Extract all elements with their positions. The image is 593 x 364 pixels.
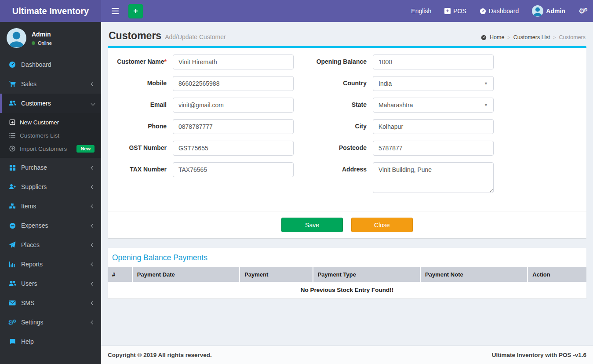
pos-link[interactable]: + POS <box>444 7 466 15</box>
navbar-body: + English + POS Dashboard Admin <box>101 0 593 22</box>
arrow-circle-left-icon <box>9 146 16 152</box>
chevron-left-icon <box>91 204 95 208</box>
state-select[interactable]: Maharashtra ▼ <box>373 98 494 113</box>
content-header: CustomersAdd/Update Customer Home > Cust… <box>108 26 586 46</box>
sidebar-item-reports[interactable]: Reports <box>0 255 101 274</box>
form-left-column: Customer Name* Mobile Email Phone <box>108 55 308 200</box>
sidebar-toggle-icon[interactable] <box>106 0 124 22</box>
chevron-down-icon <box>91 101 95 106</box>
opening-balance-field[interactable] <box>373 55 494 69</box>
sidebar-avatar <box>7 28 26 48</box>
chevron-left-icon <box>91 320 95 324</box>
sidebar-item-sms[interactable]: SMS <box>0 293 101 313</box>
gears-icon: ⚙⚙ <box>8 319 16 326</box>
gears-icon: ⚙⚙ <box>578 7 588 15</box>
paper-plane-icon <box>8 241 16 248</box>
breadcrumb-customers-list[interactable]: Customers List <box>513 34 550 40</box>
copyright-text: Copyright © 2019 All rights reserved. <box>108 352 212 358</box>
empty-message: No Previous Stock Entry Found!! <box>108 282 586 298</box>
col-payment-type: Payment Type <box>313 267 420 282</box>
phone-field[interactable] <box>173 119 294 134</box>
country-label: Country <box>308 76 373 87</box>
chevron-left-icon <box>91 243 95 247</box>
users-icon <box>8 280 16 287</box>
book-icon <box>8 339 16 345</box>
close-button[interactable]: Close <box>351 218 413 232</box>
chevron-left-icon <box>91 262 95 266</box>
chevron-left-icon <box>91 281 95 286</box>
address-label: Address <box>308 162 373 173</box>
submenu-item-import-customers[interactable]: Import Customers New <box>0 142 101 155</box>
chevron-left-icon <box>91 223 95 228</box>
sidebar-item-customers[interactable]: Customers <box>0 94 101 113</box>
submenu-item-new-customer[interactable]: New Customer <box>0 116 101 129</box>
version-text: Ultimate Inventory with POS -v1.6 <box>492 352 586 358</box>
breadcrumb-home[interactable]: Home <box>490 34 504 40</box>
sidebar-item-items[interactable]: Items <box>0 197 101 216</box>
payments-table-header-row: # Payment Date Payment Payment Type Paym… <box>108 267 586 282</box>
chevron-left-icon <box>91 82 95 86</box>
sidebar-item-suppliers[interactable]: Suppliers <box>0 177 101 197</box>
sidebar-item-settings[interactable]: ⚙⚙ Settings <box>0 313 101 332</box>
language-menu[interactable]: English <box>411 7 431 15</box>
sidebar-user-status[interactable]: Online <box>32 40 52 46</box>
online-status-icon <box>32 41 35 45</box>
sidebar-item-sales[interactable]: Sales <box>0 74 101 94</box>
gst-number-field[interactable] <box>173 141 294 156</box>
country-select[interactable]: India ▼ <box>373 76 494 91</box>
dashboard-link[interactable]: Dashboard <box>480 7 519 15</box>
email-field[interactable] <box>173 98 294 113</box>
users-icon <box>8 100 16 107</box>
opening-balance-label: Opening Balance <box>308 55 373 65</box>
sidebar-item-expenses[interactable]: Expenses <box>0 216 101 235</box>
phone-label: Phone <box>108 119 173 130</box>
caret-down-icon: ▼ <box>484 81 488 86</box>
main-wrapper: CustomersAdd/Update Customer Home > Cust… <box>101 0 593 364</box>
mobile-field[interactable] <box>173 76 294 91</box>
sidebar-item-purchase[interactable]: Purchase <box>0 158 101 177</box>
chevron-left-icon <box>91 185 95 189</box>
page-footer: Copyright © 2019 All rights reserved. Ul… <box>101 346 593 364</box>
breadcrumb-current: Customers <box>559 34 586 40</box>
customer-name-label: Customer Name* <box>108 55 173 65</box>
user-avatar <box>532 5 543 17</box>
customers-submenu: New Customer Customers List Import Custo… <box>0 113 101 158</box>
list-icon <box>9 132 16 138</box>
sidebar-item-dashboard[interactable]: Dashboard <box>0 55 101 74</box>
page-subtitle: Add/Update Customer <box>165 33 226 40</box>
sidebar-item-help[interactable]: Help <box>0 332 101 351</box>
chevron-left-icon <box>91 165 95 170</box>
email-label: Email <box>108 98 173 108</box>
top-navbar: Ultimate Inventory + English + POS Dashb… <box>0 0 593 22</box>
customer-form-box: Customer Name* Mobile Email Phone <box>108 46 586 238</box>
bar-chart-icon <box>8 261 16 268</box>
user-menu[interactable]: Admin <box>532 5 565 17</box>
quick-add-button[interactable]: + <box>128 4 143 18</box>
tax-number-field[interactable] <box>173 162 294 177</box>
breadcrumb-separator: > <box>507 35 510 40</box>
customer-form: Customer Name* Mobile Email Phone <box>108 48 586 200</box>
minus-circle-icon <box>8 222 16 229</box>
sidebar-item-places[interactable]: Places <box>0 235 101 255</box>
postcode-field[interactable] <box>373 141 494 156</box>
tachometer-icon <box>481 35 487 40</box>
page-title: Customers <box>109 30 161 41</box>
submenu-item-customers-list[interactable]: Customers List <box>0 129 101 142</box>
customer-name-field[interactable] <box>173 55 294 69</box>
save-button[interactable]: Save <box>281 218 343 232</box>
city-field[interactable] <box>373 119 494 134</box>
form-actions: Save Close <box>108 211 586 238</box>
sidebar-item-users[interactable]: Users <box>0 274 101 293</box>
plus-square-icon: + <box>444 8 451 14</box>
payments-empty-row: No Previous Stock Entry Found!! <box>108 282 586 298</box>
address-field[interactable]: Vinit Building, Pune <box>373 162 494 193</box>
brand-logo[interactable]: Ultimate Inventory <box>0 0 101 22</box>
col-action: Action <box>528 267 586 282</box>
opening-balance-payments-box: Opening Balance Payments # Payment Date … <box>108 248 586 298</box>
col-number: # <box>108 267 132 282</box>
chevron-left-icon <box>91 301 95 305</box>
settings-menu[interactable]: ⚙⚙ <box>578 7 588 15</box>
new-badge: New <box>76 145 95 153</box>
state-label: State <box>308 98 373 108</box>
sidebar: Admin Online Dashboard Sales Customers N… <box>0 22 101 364</box>
